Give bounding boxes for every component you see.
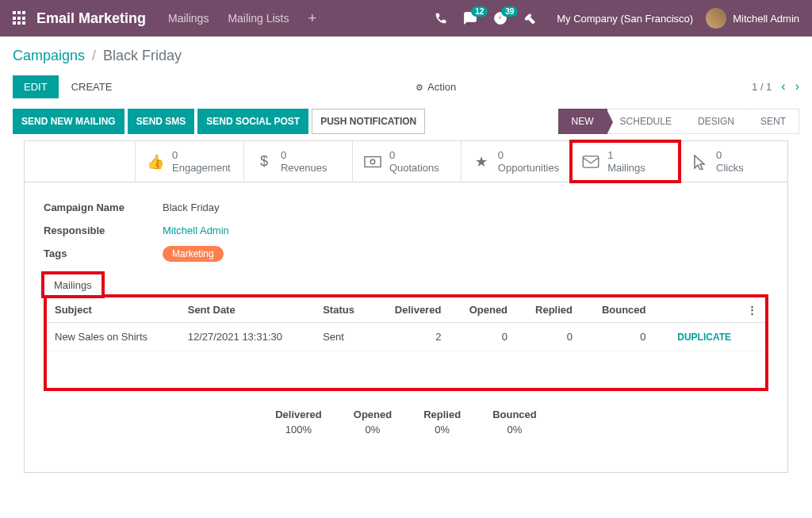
stage-schedule[interactable]: SCHEDULE [607,109,685,134]
col-subject[interactable]: Subject [47,297,180,323]
pager-prev-icon[interactable]: ‹ [781,79,785,94]
stat-engagement-num: 0 [172,149,231,162]
cell-opened: 0 [449,323,515,351]
cell-delivered: 2 [373,323,449,351]
action-dropdown[interactable]: ⚙ Action [416,81,456,93]
col-delivered[interactable]: Delivered [373,297,449,323]
edit-button[interactable]: EDIT [13,75,59,98]
stage-new-label: NEW [572,116,594,127]
stat-revenues-label: Revenues [281,162,327,175]
pager: 1 / 1 ‹ › [752,79,799,94]
cell-bounced: 0 [580,323,654,351]
push-notification-button[interactable]: PUSH NOTIFICATION [312,109,425,134]
summary-opened-label: Opened [354,409,392,420]
user-menu[interactable]: Mitchell Admin [706,8,799,29]
cell-status: Sent [315,323,373,351]
activity-badge: 39 [501,6,518,17]
breadcrumb-sep: / [92,48,96,63]
stat-quotations-label: Quotations [389,162,439,175]
stage-design-label: DESIGN [698,116,734,127]
avatar [706,8,726,29]
control-panel: Campaigns / Black Friday EDIT CREATE ⚙ A… [0,36,812,101]
stat-clicks-label: Clicks [716,162,744,175]
summary-replied-value: 0% [423,424,461,436]
send-social-post-button[interactable]: SEND SOCIAL POST [197,109,308,134]
svg-point-1 [370,159,375,164]
summary-opened-value: 0% [354,424,392,436]
star-icon: ★ [473,153,490,171]
form-body: Campaign Name Black Friday Responsible M… [25,182,787,472]
stat-blank [25,141,136,182]
tab-bar: Mailings [44,274,768,296]
summary-row: Delivered 100% Opened 0% Replied 0% Boun… [44,391,768,459]
mailings-grid: Subject Sent Date Status Delivered Opene… [44,294,768,391]
responsible-value[interactable]: Mitchell Admin [163,224,229,236]
gear-icon: ⚙ [416,82,423,92]
stage-new[interactable]: NEW [558,109,607,134]
money-icon [364,155,381,168]
col-sent-date[interactable]: Sent Date [180,297,315,323]
duplicate-button[interactable]: DUPLICATE [677,332,731,343]
stat-engagement[interactable]: 👍 0Engagement [136,141,244,182]
stat-quotations[interactable]: 0Quotations [353,141,462,182]
envelope-icon [582,155,599,168]
pager-text: 1 / 1 [752,81,772,93]
col-replied[interactable]: Replied [515,297,580,323]
stat-revenues-num: 0 [281,149,327,162]
stage-schedule-label: SCHEDULE [620,116,672,127]
responsible-label: Responsible [44,224,163,236]
breadcrumb: Campaigns / Black Friday [13,48,799,64]
campaign-name-value: Black Friday [163,201,220,213]
summary-replied-label: Replied [423,409,461,420]
action-label: Action [427,81,456,93]
pager-next-icon[interactable]: › [795,79,799,94]
summary-replied: Replied 0% [423,409,461,436]
new-menu-icon[interactable]: + [308,10,316,27]
col-bounced[interactable]: Bounced [580,297,654,323]
tag-marketing[interactable]: Marketing [163,246,224,262]
grid-options-icon[interactable]: ⋮ [739,297,765,323]
summary-delivered: Delivered 100% [275,409,322,436]
stage-bar: NEW SCHEDULE DESIGN SENT [558,109,799,134]
stage-sent-label: SENT [760,116,786,127]
header-actions: SEND NEW MAILING SEND SMS SEND SOCIAL PO… [0,109,812,134]
stat-opportunities-num: 0 [498,149,559,162]
stat-mailings[interactable]: 1Mailings [571,141,680,182]
stat-revenues[interactable]: $ 0Revenues [244,141,353,182]
thumbs-up-icon: 👍 [147,153,164,171]
activity-icon[interactable]: 39 [493,11,508,25]
send-new-mailing-button[interactable]: SEND NEW MAILING [13,109,124,134]
apps-icon[interactable] [13,11,27,25]
stat-clicks[interactable]: 0Clicks [680,141,787,182]
stat-mailings-num: 1 [607,149,645,162]
stage-design[interactable]: DESIGN [685,109,748,134]
tags-label: Tags [44,247,163,259]
stat-opportunities[interactable]: ★ 0Opportunities [462,141,571,182]
summary-bounced-value: 0% [492,424,537,436]
stage-sent[interactable]: SENT [748,109,799,134]
svg-rect-2 [583,155,599,167]
summary-bounced: Bounced 0% [492,409,537,436]
breadcrumb-current: Black Friday [103,48,182,63]
nav-mailing-lists[interactable]: Mailing Lists [228,12,289,25]
cell-sent-date: 12/27/2021 13:31:30 [180,323,315,351]
col-status[interactable]: Status [315,297,373,323]
form-sheet: 👍 0Engagement $ 0Revenues 0Quotations ★ … [24,140,788,473]
summary-opened: Opened 0% [354,409,392,436]
tab-mailings[interactable]: Mailings [44,274,102,296]
col-opened[interactable]: Opened [449,297,515,323]
send-sms-button[interactable]: SEND SMS [128,109,195,134]
nav-mailings[interactable]: Mailings [168,12,209,25]
stat-opportunities-label: Opportunities [498,162,559,175]
phone-icon[interactable] [435,12,447,25]
table-row[interactable]: New Sales on Shirts 12/27/2021 13:31:30 … [47,323,765,351]
chat-badge: 12 [471,6,488,17]
breadcrumb-root[interactable]: Campaigns [13,48,85,63]
dollar-icon: $ [255,153,273,170]
grid-header-row: Subject Sent Date Status Delivered Opene… [47,297,765,323]
tools-icon[interactable] [523,12,536,25]
create-button[interactable]: CREATE [63,75,121,98]
company-selector[interactable]: My Company (San Francisco) [557,13,693,25]
chat-icon[interactable]: 12 [463,11,477,25]
user-name: Mitchell Admin [733,13,799,25]
